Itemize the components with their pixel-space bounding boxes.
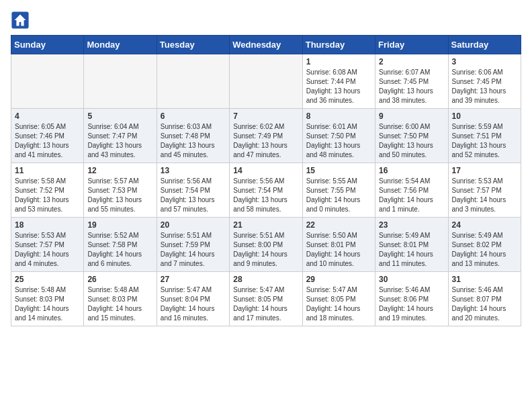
calendar-cell: 31Sunrise: 5:46 AM Sunset: 8:07 PM Dayli… bbox=[448, 272, 521, 326]
day-info: Sunrise: 5:46 AM Sunset: 8:07 PM Dayligh… bbox=[452, 285, 517, 323]
day-info: Sunrise: 5:56 AM Sunset: 7:54 PM Dayligh… bbox=[161, 177, 226, 214]
calendar-cell: 3Sunrise: 6:06 AM Sunset: 7:45 PM Daylig… bbox=[448, 54, 521, 109]
day-info: Sunrise: 6:08 AM Sunset: 7:44 PM Dayligh… bbox=[306, 68, 371, 105]
calendar-cell: 13Sunrise: 5:56 AM Sunset: 7:54 PM Dayli… bbox=[157, 163, 229, 218]
day-info: Sunrise: 5:48 AM Sunset: 8:03 PM Dayligh… bbox=[87, 285, 152, 323]
calendar-cell: 23Sunrise: 5:49 AM Sunset: 8:01 PM Dayli… bbox=[375, 218, 448, 272]
calendar-cell: 1Sunrise: 6:08 AM Sunset: 7:44 PM Daylig… bbox=[302, 54, 375, 109]
calendar-cell: 9Sunrise: 6:00 AM Sunset: 7:50 PM Daylig… bbox=[375, 109, 448, 163]
day-number: 19 bbox=[87, 220, 152, 230]
calendar-week-row: 4Sunrise: 6:05 AM Sunset: 7:46 PM Daylig… bbox=[11, 109, 521, 163]
day-info: Sunrise: 6:02 AM Sunset: 7:49 PM Dayligh… bbox=[233, 122, 298, 160]
day-number: 15 bbox=[306, 166, 371, 175]
calendar-cell bbox=[157, 54, 229, 109]
day-info: Sunrise: 5:56 AM Sunset: 7:54 PM Dayligh… bbox=[233, 177, 298, 214]
day-number: 30 bbox=[379, 275, 444, 284]
day-number: 4 bbox=[15, 111, 80, 121]
day-number: 14 bbox=[233, 166, 298, 175]
day-number: 13 bbox=[161, 166, 226, 175]
calendar-cell bbox=[84, 54, 157, 109]
day-info: Sunrise: 5:50 AM Sunset: 8:01 PM Dayligh… bbox=[306, 231, 371, 269]
calendar-cell: 21Sunrise: 5:51 AM Sunset: 8:00 PM Dayli… bbox=[230, 218, 302, 272]
day-number: 11 bbox=[15, 166, 80, 175]
calendar-cell: 30Sunrise: 5:46 AM Sunset: 8:06 PM Dayli… bbox=[375, 272, 448, 326]
day-number: 3 bbox=[452, 57, 517, 66]
calendar-table: SundayMondayTuesdayWednesdayThursdayFrid… bbox=[11, 35, 521, 326]
day-number: 20 bbox=[161, 220, 226, 230]
day-info: Sunrise: 5:47 AM Sunset: 8:04 PM Dayligh… bbox=[161, 285, 226, 323]
calendar-cell bbox=[11, 54, 84, 109]
day-number: 5 bbox=[87, 111, 152, 121]
calendar-cell: 24Sunrise: 5:49 AM Sunset: 8:02 PM Dayli… bbox=[448, 218, 521, 272]
page-header bbox=[11, 11, 521, 30]
logo-icon bbox=[11, 11, 30, 30]
day-number: 6 bbox=[161, 111, 226, 121]
calendar-cell: 25Sunrise: 5:48 AM Sunset: 8:03 PM Dayli… bbox=[11, 272, 84, 326]
calendar-week-row: 1Sunrise: 6:08 AM Sunset: 7:44 PM Daylig… bbox=[11, 54, 521, 109]
day-header-saturday: Saturday bbox=[448, 36, 521, 54]
calendar-cell bbox=[230, 54, 302, 109]
day-info: Sunrise: 5:51 AM Sunset: 7:59 PM Dayligh… bbox=[161, 231, 226, 269]
day-info: Sunrise: 6:05 AM Sunset: 7:46 PM Dayligh… bbox=[15, 122, 80, 160]
day-info: Sunrise: 5:54 AM Sunset: 7:56 PM Dayligh… bbox=[379, 177, 444, 214]
day-info: Sunrise: 5:49 AM Sunset: 8:01 PM Dayligh… bbox=[379, 231, 444, 269]
calendar-cell: 15Sunrise: 5:55 AM Sunset: 7:55 PM Dayli… bbox=[302, 163, 375, 218]
calendar-cell: 29Sunrise: 5:47 AM Sunset: 8:05 PM Dayli… bbox=[302, 272, 375, 326]
day-info: Sunrise: 5:49 AM Sunset: 8:02 PM Dayligh… bbox=[452, 231, 517, 269]
calendar-header-row: SundayMondayTuesdayWednesdayThursdayFrid… bbox=[11, 36, 521, 54]
day-header-sunday: Sunday bbox=[11, 36, 84, 54]
day-info: Sunrise: 5:57 AM Sunset: 7:53 PM Dayligh… bbox=[87, 177, 152, 214]
day-info: Sunrise: 6:06 AM Sunset: 7:45 PM Dayligh… bbox=[452, 68, 517, 105]
calendar-cell: 17Sunrise: 5:53 AM Sunset: 7:57 PM Dayli… bbox=[448, 163, 521, 218]
calendar-cell: 27Sunrise: 5:47 AM Sunset: 8:04 PM Dayli… bbox=[157, 272, 229, 326]
day-header-tuesday: Tuesday bbox=[157, 36, 229, 54]
calendar-cell: 19Sunrise: 5:52 AM Sunset: 7:58 PM Dayli… bbox=[84, 218, 157, 272]
calendar-cell: 20Sunrise: 5:51 AM Sunset: 7:59 PM Dayli… bbox=[157, 218, 229, 272]
day-number: 31 bbox=[452, 275, 517, 284]
day-info: Sunrise: 5:51 AM Sunset: 8:00 PM Dayligh… bbox=[233, 231, 298, 269]
day-number: 1 bbox=[306, 57, 371, 66]
calendar-cell: 10Sunrise: 5:59 AM Sunset: 7:51 PM Dayli… bbox=[448, 109, 521, 163]
day-info: Sunrise: 6:04 AM Sunset: 7:47 PM Dayligh… bbox=[87, 122, 152, 160]
day-number: 23 bbox=[379, 220, 444, 230]
day-info: Sunrise: 5:59 AM Sunset: 7:51 PM Dayligh… bbox=[452, 122, 517, 160]
calendar-cell: 28Sunrise: 5:47 AM Sunset: 8:05 PM Dayli… bbox=[230, 272, 302, 326]
day-info: Sunrise: 5:53 AM Sunset: 7:57 PM Dayligh… bbox=[15, 231, 80, 269]
calendar-cell: 14Sunrise: 5:56 AM Sunset: 7:54 PM Dayli… bbox=[230, 163, 302, 218]
day-header-thursday: Thursday bbox=[302, 36, 375, 54]
day-number: 21 bbox=[233, 220, 298, 230]
day-info: Sunrise: 6:07 AM Sunset: 7:45 PM Dayligh… bbox=[379, 68, 444, 105]
day-info: Sunrise: 5:55 AM Sunset: 7:55 PM Dayligh… bbox=[306, 177, 371, 214]
calendar-cell: 22Sunrise: 5:50 AM Sunset: 8:01 PM Dayli… bbox=[302, 218, 375, 272]
day-info: Sunrise: 5:47 AM Sunset: 8:05 PM Dayligh… bbox=[306, 285, 371, 323]
day-info: Sunrise: 5:53 AM Sunset: 7:57 PM Dayligh… bbox=[452, 177, 517, 214]
calendar-week-row: 11Sunrise: 5:58 AM Sunset: 7:52 PM Dayli… bbox=[11, 163, 521, 218]
calendar-week-row: 25Sunrise: 5:48 AM Sunset: 8:03 PM Dayli… bbox=[11, 272, 521, 326]
day-number: 27 bbox=[161, 275, 226, 284]
day-number: 17 bbox=[452, 166, 517, 175]
calendar-cell: 11Sunrise: 5:58 AM Sunset: 7:52 PM Dayli… bbox=[11, 163, 84, 218]
day-info: Sunrise: 6:03 AM Sunset: 7:48 PM Dayligh… bbox=[161, 122, 226, 160]
day-number: 18 bbox=[15, 220, 80, 230]
day-number: 24 bbox=[452, 220, 517, 230]
logo bbox=[11, 11, 32, 30]
calendar-cell: 6Sunrise: 6:03 AM Sunset: 7:48 PM Daylig… bbox=[157, 109, 229, 163]
day-info: Sunrise: 6:01 AM Sunset: 7:50 PM Dayligh… bbox=[306, 122, 371, 160]
calendar-week-row: 18Sunrise: 5:53 AM Sunset: 7:57 PM Dayli… bbox=[11, 218, 521, 272]
day-number: 9 bbox=[379, 111, 444, 121]
day-number: 7 bbox=[233, 111, 298, 121]
day-number: 29 bbox=[306, 275, 371, 284]
day-number: 26 bbox=[87, 275, 152, 284]
calendar-cell: 12Sunrise: 5:57 AM Sunset: 7:53 PM Dayli… bbox=[84, 163, 157, 218]
calendar-cell: 18Sunrise: 5:53 AM Sunset: 7:57 PM Dayli… bbox=[11, 218, 84, 272]
day-header-friday: Friday bbox=[375, 36, 448, 54]
calendar-cell: 2Sunrise: 6:07 AM Sunset: 7:45 PM Daylig… bbox=[375, 54, 448, 109]
calendar-cell: 5Sunrise: 6:04 AM Sunset: 7:47 PM Daylig… bbox=[84, 109, 157, 163]
day-header-wednesday: Wednesday bbox=[230, 36, 302, 54]
day-number: 2 bbox=[379, 57, 444, 66]
day-number: 8 bbox=[306, 111, 371, 121]
day-number: 10 bbox=[452, 111, 517, 121]
day-info: Sunrise: 5:48 AM Sunset: 8:03 PM Dayligh… bbox=[15, 285, 80, 323]
day-number: 22 bbox=[306, 220, 371, 230]
day-number: 12 bbox=[87, 166, 152, 175]
